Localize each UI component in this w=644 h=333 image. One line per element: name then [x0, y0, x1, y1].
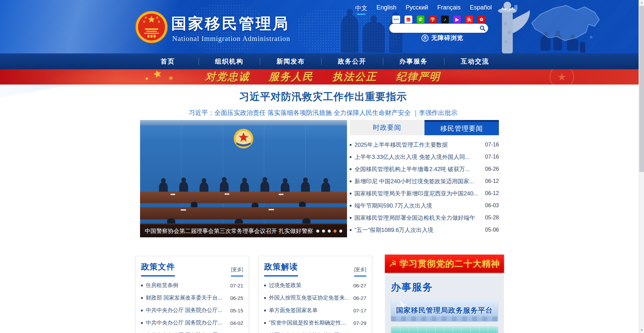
social-icon[interactable]: ▶ — [453, 16, 461, 23]
policy-list-item[interactable]: 住房租赁条例 07-21 — [141, 279, 243, 292]
policy-list-item[interactable]: 过境免签政策 06-27 — [264, 279, 366, 292]
policy-interpretation-more-link[interactable]: [更多] — [354, 267, 366, 277]
social-icon[interactable]: ♪ — [441, 16, 449, 23]
nav-item[interactable]: 办事服务 — [383, 53, 444, 69]
social-icon[interactable]: APP — [392, 16, 400, 23]
news-list-item[interactable]: 上半年3.33亿人次出入境 免签入境外国人同... 07-16 — [350, 151, 499, 163]
scrollbar-thumb[interactable] — [639, 6, 644, 172]
language-link[interactable]: 中文 — [355, 4, 367, 15]
policy-list-item[interactable]: 外国人来华便利措施相关问题解答... — [264, 329, 366, 333]
carousel-dot[interactable] — [328, 230, 331, 233]
social-icon[interactable]: ✿ — [478, 16, 485, 23]
policy-interpretation-title[interactable]: 政策解读 — [264, 261, 298, 277]
bullet-icon — [141, 297, 143, 299]
policy-date: 07-29 — [353, 320, 366, 326]
government-service-platform-banner[interactable]: ✈ 国家移民管理局政务服务平台 — [391, 300, 498, 321]
slogan-phrase: 对党忠诚 — [205, 70, 250, 84]
news-date: 06-12 — [485, 178, 499, 184]
carousel-dot[interactable] — [316, 230, 319, 233]
bullet-icon — [350, 181, 351, 182]
news-list-item[interactable]: 新增印尼 中国240小时过境免签政策适用国家... 06-12 — [350, 175, 499, 187]
news-list-item[interactable]: 2025年上半年移民管理工作主要数据 07-16 — [350, 139, 499, 151]
bullet-icon — [350, 168, 351, 170]
policy-list-item[interactable]: 外国人按照互免签证协定免签来... 06-27 — [264, 292, 366, 304]
news-list-item[interactable]: 国家移民管理局部署全国边检机关全力做好端午 05-28 — [350, 212, 499, 224]
attendee-silhouette — [179, 182, 188, 193]
nav-item[interactable]: 组织机构 — [199, 53, 260, 69]
bullet-icon — [264, 297, 266, 299]
audience-silhouette — [299, 201, 306, 207]
policy-list-item[interactable]: 中共中央办公厅 国务院办公厅... — [141, 329, 243, 333]
right-sidebar: ☭ 学习贯彻党的二十大精神 办事服务 ✈ 国家移民管理局政务服务平台 空港旅客信… — [385, 255, 504, 333]
policy-title: 中共中央办公厅 国务院办公厅... — [146, 319, 226, 327]
language-link[interactable]: Русский — [406, 4, 428, 11]
search-input[interactable] — [389, 24, 477, 33]
policy-documents-title[interactable]: 政策文件 — [141, 261, 175, 277]
news-title: 新增印尼 中国240小时过境免签政策适用国家... — [354, 177, 481, 185]
traveler-silhouette — [341, 9, 359, 53]
social-icon[interactable]: ✆ — [417, 16, 424, 23]
language-link[interactable]: English — [376, 4, 396, 11]
bullet-icon — [141, 310, 143, 311]
bullet-icon — [350, 217, 351, 219]
news-list-item[interactable]: 全国移民管理机构上半年缴毒2.42吨 破获万... 06-26 — [350, 163, 499, 175]
policy-date: 04-02 — [230, 320, 243, 326]
news-tab[interactable]: 移民管理要闻 — [424, 120, 499, 135]
headline-sub-link[interactable]: 习近平：全面压实政治责任 落实落细各项防汛措施 全力保障人民生命财产安全 ｜李强… — [142, 109, 504, 117]
slogan-banner: ★ ★ ★ ★ 对党忠诚服务人民执法公正纪律严明 — [0, 69, 644, 85]
news-title: 端午节期间590.7万人次出入境 — [354, 202, 481, 210]
iapi-platform-banner[interactable]: 空港旅客信息预报平台（iAPI） — [391, 327, 498, 333]
social-icon[interactable]: 学 — [429, 16, 437, 23]
attendee-silhouette — [260, 181, 269, 193]
news-date: 05-28 — [485, 215, 499, 221]
carousel-dot[interactable] — [334, 230, 337, 233]
language-link[interactable]: العربية — [501, 4, 518, 11]
slogan-phrases: 对党忠诚服务人民执法公正纪律严明 — [142, 69, 504, 85]
nav-item[interactable]: 首页 — [137, 53, 199, 69]
nav-item[interactable]: 政务公开 — [321, 53, 383, 69]
top-headline-block: 习近平对防汛救灾工作作出重要指示 习近平：全面压实政治责任 落实落细各项防汛措施… — [142, 90, 504, 117]
language-link[interactable]: Français — [437, 4, 461, 11]
policy-list-item[interactable]: 中共中央办公厅 国务院办公厅... 04-02 — [141, 317, 243, 329]
news-list-item[interactable]: “五一”假期1089.6万人次出入境 05-06 — [350, 224, 499, 236]
scrollbar-up-arrow[interactable]: ▲ — [639, 0, 644, 5]
attendee-silhouette — [220, 181, 229, 193]
party-spirit-banner[interactable]: ☭ 学习贯彻党的二十大精神 — [385, 255, 504, 273]
policy-documents-more-link[interactable]: [更多] — [231, 267, 243, 277]
slogan-phrase: 执法公正 — [332, 70, 377, 84]
carousel-dot[interactable] — [322, 230, 325, 233]
language-link[interactable]: Español — [470, 4, 492, 11]
carousel-caption-link[interactable]: 中国警察协会第二届理事会第三次常务理事会议召开 扎实做好警察... — [145, 227, 313, 235]
nav-item[interactable]: 新闻发布 — [260, 53, 321, 69]
scrollbar-down-arrow[interactable]: ▼ — [639, 328, 644, 333]
news-list-item[interactable]: 国家移民管理局关于新增印度尼西亚为中国240... 06-12 — [350, 187, 499, 199]
search-button[interactable] — [477, 24, 488, 33]
desk-paper — [181, 209, 186, 211]
nav-item[interactable]: 互动交流 — [444, 53, 506, 69]
page-scrollbar[interactable]: ▲ ▼ — [639, 0, 644, 333]
headline-link[interactable]: 习近平对防汛救灾工作作出重要指示 — [142, 90, 504, 104]
main-navbar: 首页组织机构新闻发布政务公开办事服务互动交流 — [0, 53, 644, 69]
policy-title: 住房租赁条例 — [146, 282, 226, 289]
policy-title: “投资中国就是投资长期确定性... — [269, 319, 349, 327]
slogan-phrase: 服务人民 — [269, 70, 314, 84]
social-icon[interactable]: 微 — [405, 16, 412, 23]
carousel-dot[interactable] — [339, 230, 342, 233]
policy-list-item[interactable]: “投资中国就是投资长期确定性... 07-29 — [264, 317, 366, 329]
policy-list-item[interactable]: 中共中央办公厅 国务院办公厅... 05-15 — [141, 304, 243, 317]
news-tab[interactable]: 时政要闻 — [350, 120, 424, 135]
policy-list-item[interactable]: 单方面免签国家名单 07-17 — [264, 304, 366, 317]
news-date: 06-12 — [485, 190, 499, 196]
news-date: 07-16 — [485, 142, 499, 148]
conference-desk — [140, 207, 347, 219]
accessibility-button[interactable]: ♿ 无障碍浏览 — [421, 34, 463, 42]
social-icon[interactable]: 头 — [465, 16, 473, 23]
news-tabs: 时政要闻移民管理要闻 — [350, 120, 499, 135]
search-bar — [389, 24, 488, 33]
policy-list-item[interactable]: 财政部 国家发展改革委关于台... 06-25 — [141, 292, 243, 304]
news-list-item[interactable]: 端午节期间590.7万人次出入境 06-03 — [350, 199, 499, 212]
news-photo-carousel[interactable]: 中国警察协会第二届理事会第三次常务理事会议召开 扎实做好警察... — [140, 120, 347, 237]
carousel-caption-bar: 中国警察协会第二届理事会第三次常务理事会议召开 扎实做好警察... — [140, 224, 347, 237]
policy-date: 05-15 — [230, 308, 243, 313]
news-title: “五一”假期1089.6万人次出入境 — [354, 226, 481, 234]
